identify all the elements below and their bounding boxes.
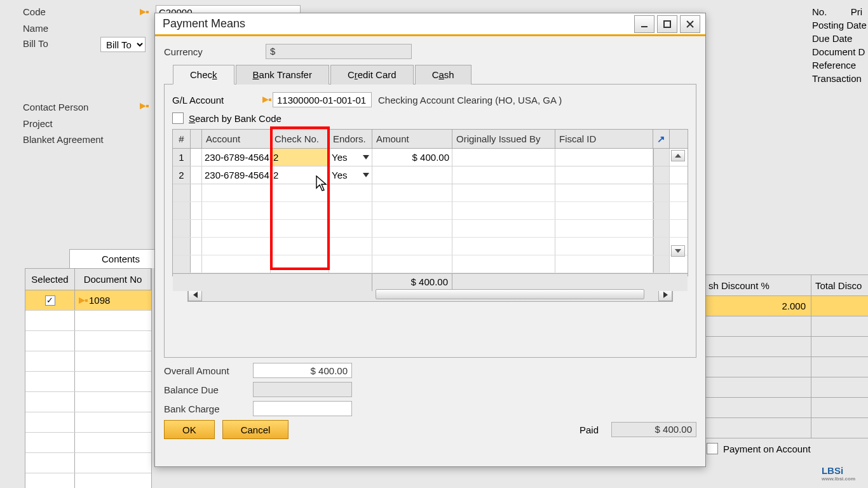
payment-on-account-checkbox[interactable] — [707, 443, 718, 454]
overall-amount-label: Overall Amount — [164, 365, 253, 376]
balance-due-field — [253, 382, 352, 397]
currency-field: $ — [266, 44, 412, 59]
contents-row[interactable]: 1098 — [25, 290, 151, 311]
search-by-bank-code-label: Search by Bank Code — [189, 113, 281, 124]
billto-select[interactable]: Bill To — [100, 37, 146, 52]
bank-charge-label: Bank Charge — [164, 403, 253, 414]
contents-row-docno: 1098 — [89, 295, 110, 306]
grid-col-checkno[interactable]: Check No. — [271, 130, 329, 148]
dropdown-icon — [363, 173, 369, 177]
grid-scroll-up-button[interactable] — [671, 150, 685, 161]
grid-row-empty: . — [173, 220, 688, 238]
gl-account-link-arrow-icon[interactable] — [261, 94, 273, 105]
billto-label: Bill To — [23, 38, 48, 49]
grid-row-empty: . — [173, 255, 688, 273]
name-label: Name — [23, 23, 48, 34]
ok-button[interactable]: OK — [164, 420, 215, 439]
contents-row-empty — [25, 351, 151, 372]
contents-col-selected[interactable]: Selected — [25, 269, 75, 290]
grid-cell-endors[interactable]: Yes — [329, 166, 372, 184]
grid-col-blank — [191, 130, 202, 148]
payment-on-account-label: Payment on Account — [723, 444, 811, 454]
balance-due-label: Balance Due — [164, 384, 253, 395]
grid-col-amount[interactable]: Amount — [372, 130, 452, 148]
search-by-bank-code-checkbox[interactable] — [172, 112, 184, 124]
paid-field: $ 400.00 — [611, 422, 696, 437]
grid-col-endors[interactable]: Endors. — [329, 130, 372, 148]
grid-col-orig[interactable]: Originally Issued By — [452, 130, 555, 148]
tab-cash[interactable]: Cash — [415, 65, 471, 85]
contents-row-empty — [25, 473, 151, 488]
grid-cell-amount[interactable] — [372, 166, 452, 184]
grid-hscrollbar[interactable] — [187, 288, 673, 302]
checks-grid: # Account Check No. Endors. Amount Origi… — [172, 129, 688, 276]
logo: LBSi www.lbsi.com — [822, 465, 855, 482]
bg-due-label: Due Date — [812, 33, 868, 44]
grid-row-empty: . — [173, 238, 688, 255]
tab-bank-transfer[interactable]: Bank Transfer — [236, 65, 329, 85]
grid-cell-account[interactable]: 230-6789-4564 — [202, 166, 271, 184]
docno-link-arrow-icon[interactable] — [78, 295, 89, 306]
close-button[interactable] — [680, 15, 700, 33]
right-totaldisc-val[interactable] — [811, 296, 868, 316]
grid-cell-fiscal[interactable] — [555, 149, 653, 166]
minimize-button[interactable] — [634, 15, 654, 33]
grid-col-num[interactable]: # — [173, 130, 191, 148]
contents-col-docno[interactable]: Document No — [75, 269, 151, 290]
grid-cell-orig[interactable] — [452, 166, 555, 184]
contact-person-label: Contact Person — [23, 102, 88, 112]
chevron-down-icon — [675, 249, 681, 253]
contents-grid: Selected Document No 1098 — [25, 268, 152, 488]
dropdown-icon — [363, 155, 369, 159]
titlebar[interactable]: Payment Means — [155, 13, 705, 36]
gl-account-label: G/L Account — [172, 95, 261, 105]
contents-row-checkbox[interactable] — [45, 295, 55, 306]
contents-row-empty — [25, 453, 151, 473]
grid-scroll-down-button[interactable] — [671, 245, 685, 257]
right-col-cashdisc[interactable]: sh Discount % — [705, 275, 811, 295]
currency-label: Currency — [164, 46, 266, 57]
bg-no-label: No. — [812, 6, 827, 17]
contents-row-empty — [25, 392, 151, 412]
grid-cell-checkno[interactable]: 2 — [271, 149, 329, 166]
bank-charge-input[interactable] — [253, 401, 352, 416]
grid-col-fiscal[interactable]: Fiscal ID — [555, 130, 653, 148]
gl-account-input[interactable] — [273, 92, 372, 107]
maximize-button[interactable] — [657, 15, 677, 33]
code-link-arrow-icon[interactable] — [139, 6, 150, 18]
grid-cell-fiscal[interactable] — [555, 166, 653, 184]
project-label: Project — [23, 118, 53, 129]
tab-credit-card[interactable]: Credit Card — [330, 65, 414, 85]
grid-cell-endors[interactable]: Yes — [329, 149, 372, 166]
tab-check[interactable]: Check — [173, 65, 234, 85]
contact-link-arrow-icon[interactable] — [139, 100, 150, 112]
grid-cell-amount[interactable]: $ 400.00 — [372, 149, 452, 166]
grid-row[interactable]: 1 230-6789-4564 2 Yes $ 400.00 — [173, 149, 688, 166]
contents-row-empty — [25, 412, 151, 433]
right-cashdisc-val[interactable]: 2.000 — [705, 296, 811, 316]
bg-ref-label: Reference — [812, 60, 868, 71]
grid-col-account[interactable]: Account — [202, 130, 271, 148]
overall-amount-input[interactable] — [253, 363, 352, 378]
grid-cell-account[interactable]: 230-6789-4564 — [202, 149, 271, 166]
gl-account-description: Checking Account Clearing (HO, USA, GA ) — [378, 95, 562, 105]
payment-means-dialog: Payment Means Currency $ Check Bank Tran… — [154, 13, 706, 467]
svg-rect-1 — [664, 21, 670, 27]
grid-row-num[interactable]: 1 — [173, 149, 191, 166]
blanket-agreement-label: Blanket Agreement — [23, 134, 104, 145]
chevron-right-icon — [663, 292, 668, 298]
grid-cell-checkno[interactable]: 2 — [271, 166, 329, 184]
bg-trans-label: Transaction — [812, 73, 868, 84]
right-col-totaldisc[interactable]: Total Disco — [811, 275, 868, 295]
grid-row-empty: . — [173, 184, 688, 202]
paid-label: Paid — [580, 424, 599, 435]
hscroll-thumb[interactable] — [376, 289, 645, 299]
expand-icon: ↗ — [657, 133, 665, 145]
cancel-button[interactable]: Cancel — [222, 420, 289, 439]
grid-row-num[interactable]: 2 — [173, 166, 191, 184]
grid-cell-orig[interactable] — [452, 149, 555, 166]
bg-posting-label: Posting Date — [812, 20, 868, 30]
grid-row[interactable]: 2 230-6789-4564 2 Yes — [173, 166, 688, 184]
grid-expand-button[interactable]: ↗ — [653, 130, 670, 148]
bg-doc-label: Document D — [812, 46, 868, 57]
